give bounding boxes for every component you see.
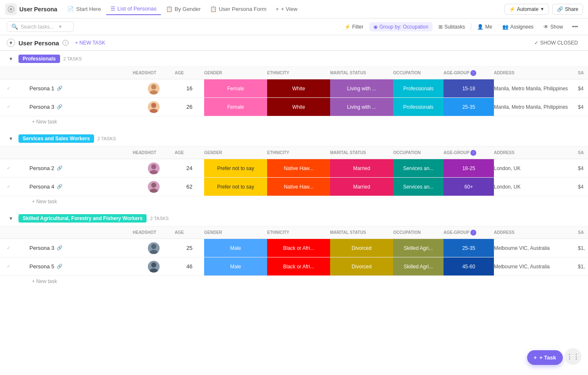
page-header: ▼ User Persona i + NEW TASK ✓ SHOW CLOSE… bbox=[0, 35, 588, 51]
tab-view[interactable]: + + View bbox=[271, 3, 302, 15]
task-edit-icon-1[interactable]: 🔗 bbox=[57, 86, 63, 91]
address-1: Manila, Metro Manila, Philippines bbox=[494, 86, 578, 92]
sa-2: $4 bbox=[578, 165, 588, 171]
task-row: ✓ Persona 2 🔗 24 Prefer not to say Nativ… bbox=[0, 159, 588, 178]
filter-icon: ⚡ bbox=[344, 24, 351, 30]
marital-3a: Living with ... bbox=[330, 98, 393, 116]
gender-4: Prefer not to say bbox=[204, 178, 267, 196]
search-box[interactable]: 🔍 Search tasks... ▼ bbox=[7, 21, 74, 32]
sa-4: $4 bbox=[578, 184, 588, 190]
svg-point-5 bbox=[150, 109, 158, 113]
automate-button[interactable]: ⚡ Automate ▼ bbox=[504, 4, 549, 15]
marital-1: Living with ... bbox=[330, 79, 393, 97]
gender-5: Male bbox=[204, 257, 267, 275]
task-edit-icon-5[interactable]: 🔗 bbox=[57, 264, 63, 269]
group-collapse-btn-3[interactable]: ▼ bbox=[7, 214, 15, 223]
task-check-1[interactable]: ✓ bbox=[7, 86, 29, 91]
task-check-2[interactable]: ✓ bbox=[7, 165, 29, 171]
task-check-5[interactable]: ✓ bbox=[7, 264, 29, 269]
sa-5: $1, bbox=[578, 264, 588, 270]
task-row: ✓ Persona 3 🔗 25 Male Black or Afri... D… bbox=[0, 239, 588, 257]
me-icon: 👤 bbox=[477, 24, 483, 30]
show-closed-button[interactable]: ✓ SHOW CLOSED bbox=[531, 39, 581, 47]
ethnicity-2: Native Haw... bbox=[267, 159, 330, 177]
app-title: User Persona bbox=[19, 6, 57, 13]
task-check-3b[interactable]: ✓ bbox=[7, 245, 29, 251]
me-button[interactable]: 👤 Me bbox=[473, 22, 496, 31]
group-services-header: ▼ Services and Sales Workers 2 TASKS bbox=[0, 131, 588, 147]
task-edit-icon-3b[interactable]: 🔗 bbox=[57, 245, 63, 251]
svg-point-8 bbox=[151, 183, 156, 188]
gender-3a: Female bbox=[204, 98, 267, 116]
col-gender: GENDER bbox=[204, 71, 267, 75]
col-ethnicity: ETHNICITY bbox=[267, 71, 330, 75]
group-collapse-btn[interactable]: ▼ bbox=[7, 55, 15, 63]
task-check-4[interactable]: ✓ bbox=[7, 184, 29, 189]
task-check-3a[interactable]: ✓ bbox=[7, 104, 29, 110]
show-button[interactable]: 👁 Show bbox=[539, 22, 567, 31]
show-icon: 👁 bbox=[543, 24, 549, 30]
marital-2: Married bbox=[330, 159, 393, 177]
assignees-button[interactable]: 👥 Assignees bbox=[498, 22, 538, 31]
task-edit-icon-2[interactable]: 🔗 bbox=[57, 165, 63, 171]
age-1: 16 bbox=[175, 85, 204, 92]
tab-user-persona-form[interactable]: 📋 User Persona Form bbox=[206, 3, 270, 15]
tab-list-of-personas[interactable]: ☰ List of Personas bbox=[106, 3, 161, 15]
sort-icon[interactable]: ↑ bbox=[470, 70, 476, 76]
new-task-professionals[interactable]: + New task bbox=[0, 116, 588, 127]
search-dropdown-icon[interactable]: ▼ bbox=[58, 24, 62, 29]
new-task-button[interactable]: + NEW TASK bbox=[72, 39, 109, 47]
ethnicity-3b: Black or Afri... bbox=[267, 239, 330, 257]
ethnicity-3a: White bbox=[267, 98, 330, 116]
occ-5: Skilled Agri... bbox=[393, 257, 444, 275]
subtasks-button[interactable]: ⊞ Subtasks bbox=[434, 22, 469, 31]
new-task-skilled[interactable]: + New task bbox=[0, 276, 588, 287]
sort-icon-3[interactable]: ↑ bbox=[470, 230, 476, 236]
svg-point-9 bbox=[150, 189, 158, 193]
collapse-all-btn[interactable]: ▼ bbox=[7, 39, 15, 47]
task-name-5: Persona 5 🔗 bbox=[29, 263, 133, 270]
headshot-3a bbox=[133, 101, 175, 113]
filter-button[interactable]: ⚡ Filter bbox=[340, 22, 368, 31]
share-icon: 🔗 bbox=[557, 6, 563, 12]
age-5: 46 bbox=[175, 263, 204, 270]
group-services-label: Services and Sales Workers bbox=[18, 134, 94, 143]
group-collapse-btn-2[interactable]: ▼ bbox=[7, 134, 15, 143]
group-by-button[interactable]: ◉ Group by: Occupation bbox=[369, 22, 433, 31]
task-name-3b: Persona 3 🔗 bbox=[29, 245, 133, 251]
sa-3b: $1, bbox=[578, 245, 588, 251]
marital-4: Married bbox=[330, 178, 393, 196]
col-age-group: AGE-GROUP ↑ bbox=[444, 70, 494, 76]
tab-by-gender[interactable]: 📋 By Gender bbox=[162, 3, 205, 15]
toolbar-divider-1 bbox=[471, 23, 471, 31]
tab-start-here[interactable]: 📄 Start Here bbox=[63, 3, 105, 15]
task-edit-icon-3a[interactable]: 🔗 bbox=[57, 104, 63, 110]
gender-1: Female bbox=[204, 79, 267, 97]
automate-icon: ⚡ bbox=[509, 6, 515, 12]
more-icon: ••• bbox=[572, 24, 578, 30]
address-3a: Manila, Metro Manila, Philippines bbox=[494, 104, 578, 110]
task-edit-icon-4[interactable]: 🔗 bbox=[57, 184, 63, 189]
page-title-info-icon[interactable]: i bbox=[63, 40, 68, 46]
headshot-4 bbox=[133, 181, 175, 193]
col-headers-skilled: HEADSHOT AGE GENDER ETHNICITY MARITAL ST… bbox=[0, 226, 588, 239]
more-button[interactable]: ••• bbox=[569, 22, 581, 31]
new-task-services[interactable]: + New task bbox=[0, 196, 588, 207]
marital-3b: Divorced bbox=[330, 239, 393, 257]
share-button[interactable]: 🔗 Share bbox=[552, 4, 583, 15]
occ-3a: Professionals bbox=[393, 98, 444, 116]
app-icon[interactable] bbox=[5, 3, 17, 15]
col-headshot: HEADSHOT bbox=[133, 71, 175, 75]
sort-icon-2[interactable]: ↑ bbox=[470, 150, 476, 156]
occ-4: Services an... bbox=[393, 178, 444, 196]
gender-3b: Male bbox=[204, 239, 267, 257]
ethnicity-1: White bbox=[267, 79, 330, 97]
svg-point-10 bbox=[151, 244, 156, 249]
headshot-3b bbox=[133, 242, 175, 254]
start-here-icon: 📄 bbox=[67, 6, 74, 12]
nav-right: ⚡ Automate ▼ 🔗 Share bbox=[504, 4, 583, 15]
headshot-5 bbox=[133, 261, 175, 273]
group-skilled-label: Skilled Agricultural, Forestry and Fishe… bbox=[18, 214, 147, 223]
age-2: 24 bbox=[175, 165, 204, 171]
group-icon: ◉ bbox=[373, 24, 378, 30]
